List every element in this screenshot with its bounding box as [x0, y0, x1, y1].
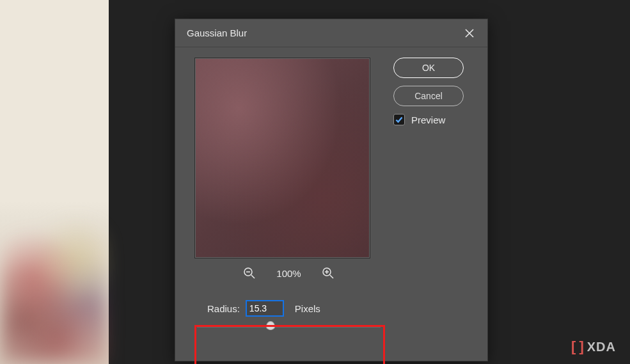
radius-slider[interactable] — [194, 325, 383, 328]
dialog-title: Gaussian Blur — [187, 28, 247, 38]
watermark-bracket-right-icon: ] — [579, 338, 584, 355]
radius-input[interactable] — [246, 301, 283, 316]
blurred-image-content — [0, 217, 109, 364]
close-icon — [464, 28, 475, 38]
radius-unit-label: Pixels — [295, 303, 320, 314]
preview-checkbox-label: Preview — [411, 115, 445, 125]
check-icon — [395, 116, 403, 123]
zoom-out-button[interactable] — [242, 265, 257, 281]
slider-thumb[interactable] — [266, 321, 275, 330]
ok-button[interactable]: OK — [393, 58, 464, 78]
annotation-highlight-box — [194, 325, 385, 364]
zoom-in-icon — [322, 267, 335, 280]
radius-label: Radius: — [207, 303, 240, 314]
zoom-out-icon — [243, 267, 256, 280]
zoom-in-button[interactable] — [320, 265, 336, 281]
svg-line-3 — [251, 275, 255, 278]
canvas-background-strip — [0, 0, 109, 364]
filter-preview-image[interactable] — [194, 58, 370, 258]
watermark-bracket-left-icon: [ — [571, 338, 576, 355]
zoom-level: 100% — [276, 268, 301, 279]
cancel-button[interactable]: Cancel — [393, 86, 464, 106]
slider-track — [197, 325, 381, 328]
svg-line-6 — [330, 275, 333, 278]
ok-button-label: OK — [422, 63, 435, 73]
close-button[interactable] — [463, 27, 476, 40]
preview-checkbox[interactable] — [393, 114, 405, 125]
watermark-text: XDA — [587, 340, 616, 354]
watermark-logo: [ ] XDA — [571, 338, 616, 355]
cancel-button-label: Cancel — [414, 91, 443, 101]
gaussian-blur-dialog: Gaussian Blur 100% — [175, 19, 488, 361]
dialog-titlebar: Gaussian Blur — [175, 19, 487, 47]
